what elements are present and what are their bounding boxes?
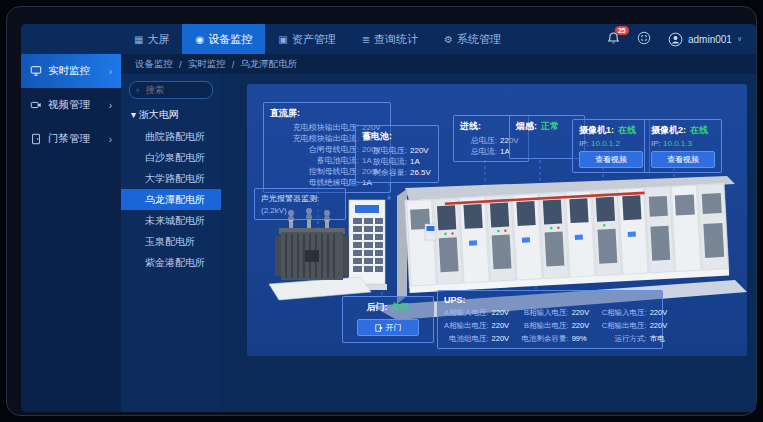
field-label: 蓄电池电流: bbox=[270, 155, 359, 166]
device-frame: ▦ 大屏 ◉ 设备监控 ▣ 资产管理 ≣ 查询统计 ⚙ 系统管理 bbox=[6, 6, 757, 416]
camera1-title: 摄像机1: bbox=[579, 124, 614, 137]
app-window: ▦ 大屏 ◉ 设备监控 ▣ 资产管理 ≣ 查询统计 ⚙ 系统管理 bbox=[21, 24, 756, 412]
tab-system-management[interactable]: ⚙ 系统管理 bbox=[431, 24, 514, 54]
smoke-panel-title: 烟感: bbox=[516, 120, 537, 133]
header-actions: 25 admin001 ∨ bbox=[606, 31, 756, 47]
tab-label: 设备监控 bbox=[208, 32, 252, 47]
tree-item[interactable]: 紫金港配电所 bbox=[121, 252, 221, 273]
camera2-ip-label: IP: bbox=[651, 139, 661, 148]
ups-panel: UPS: A相输入电压:220V B相输入电压:220V C相输入电压:220V… bbox=[437, 290, 663, 349]
tree-item[interactable]: 白沙泉配电所 bbox=[121, 147, 221, 168]
tab-asset-management[interactable]: ▣ 资产管理 bbox=[265, 24, 348, 54]
door-control-panel: 后门: 关闭 开门 bbox=[342, 296, 434, 343]
field-label: 电池组电压: bbox=[444, 333, 489, 344]
breadcrumb-item[interactable]: 乌龙潭配电所 bbox=[240, 58, 297, 71]
alarm-title: 声光报警器监测: bbox=[261, 193, 339, 204]
field-label: C相输入电压: bbox=[602, 307, 647, 318]
camera2-title: 摄像机2: bbox=[651, 124, 686, 137]
camera1-panel: 摄像机1: 在线 IP: 10.0.1.2 查看视频 bbox=[572, 119, 650, 173]
gear-icon: ⚙ bbox=[444, 34, 453, 45]
video-camera-icon bbox=[30, 99, 42, 111]
field-value: 99% bbox=[572, 333, 594, 344]
camera2-panel: 摄像机2: 在线 IP: 10.0.1.3 查看视频 bbox=[644, 119, 722, 173]
user-menu[interactable]: admin001 ∨ bbox=[668, 32, 742, 47]
field-label: B相输入电压: bbox=[522, 307, 569, 318]
primary-sidebar: 实时监控 › 视频管理 › 门禁管理 › bbox=[21, 54, 121, 412]
camera1-view-video-button[interactable]: 查看视频 bbox=[579, 151, 643, 168]
tab-label: 资产管理 bbox=[292, 32, 336, 47]
field-value: 220V bbox=[492, 333, 514, 344]
notification-badge: 25 bbox=[615, 26, 629, 35]
open-door-button[interactable]: 开门 bbox=[357, 319, 419, 336]
field-label: 总电压: bbox=[460, 135, 497, 146]
sidebar-item-access-control[interactable]: 门禁管理 › bbox=[21, 122, 121, 156]
dashboard-icon: ▦ bbox=[134, 34, 143, 45]
tree-item[interactable]: 未来城配电所 bbox=[121, 210, 221, 231]
sidebar-item-label: 实时监控 bbox=[48, 64, 90, 78]
search-input[interactable] bbox=[144, 84, 206, 96]
field-value: 220V bbox=[650, 307, 672, 318]
camera1-status: 在线 bbox=[618, 124, 636, 137]
camera1-ip: 10.0.1.2 bbox=[591, 139, 620, 148]
notification-bell-button[interactable]: 25 bbox=[606, 31, 622, 47]
substation-tree-panel: ▾ 浙大电网 曲院路配电所 白沙泉配电所 大学路配电所 乌龙潭配电所 未来城配电… bbox=[121, 74, 221, 412]
tree-item[interactable]: 曲院路配电所 bbox=[121, 126, 221, 147]
breadcrumb-item[interactable]: 实时监控 bbox=[188, 58, 226, 71]
username: admin001 bbox=[688, 34, 732, 45]
tab-label: 查询统计 bbox=[374, 32, 418, 47]
field-value: 220V bbox=[572, 320, 594, 331]
statistics-icon: ≣ bbox=[362, 34, 370, 45]
tree-item[interactable]: 玉泉配电所 bbox=[121, 231, 221, 252]
ups-run-mode-value: 市电 bbox=[650, 333, 672, 344]
camera2-view-video-button[interactable]: 查看视频 bbox=[651, 151, 715, 168]
tree-item-active[interactable]: 乌龙潭配电所 bbox=[121, 189, 221, 210]
field-label: 合闸母线电压: bbox=[270, 144, 359, 155]
open-door-label: 开门 bbox=[386, 322, 402, 333]
tree-group-node[interactable]: ▾ 浙大电网 bbox=[121, 104, 221, 126]
tab-dashboard[interactable]: ▦ 大屏 bbox=[121, 24, 182, 54]
tab-label: 大屏 bbox=[147, 32, 169, 47]
breadcrumb-separator: / bbox=[232, 59, 235, 70]
realtime-monitor-icon bbox=[30, 65, 42, 77]
search-icon bbox=[136, 86, 140, 95]
tab-device-monitor[interactable]: ◉ 设备监控 bbox=[182, 24, 265, 54]
field-value: 220V bbox=[492, 320, 514, 331]
door-title: 后门: bbox=[367, 301, 388, 314]
field-label: C相输出电压: bbox=[602, 320, 647, 331]
field-label: B相输出电压: bbox=[522, 320, 569, 331]
tab-query-statistics[interactable]: ≣ 查询统计 bbox=[349, 24, 431, 54]
field-value: 26.5V bbox=[410, 167, 432, 178]
tree-collapse-caret-icon: ▾ bbox=[131, 109, 136, 120]
battery-panel: 蓄电池: 放电电压:220V 放电电流:1A 剩余容量:26.5V bbox=[355, 125, 439, 183]
breadcrumb: 设备监控 / 实时监控 / 乌龙潭配电所 bbox=[121, 54, 756, 74]
breadcrumb-separator: / bbox=[179, 59, 182, 70]
field-value: 1A bbox=[410, 156, 432, 167]
camera2-status: 在线 bbox=[690, 124, 708, 137]
smoke-status: 正常 bbox=[541, 120, 559, 133]
tree-item[interactable]: 大学路配电所 bbox=[121, 168, 221, 189]
field-label: 充电模块输出电流: bbox=[270, 133, 359, 144]
user-avatar-icon bbox=[668, 32, 683, 47]
sidebar-item-label: 视频管理 bbox=[48, 98, 90, 112]
chevron-right-icon: › bbox=[109, 134, 112, 145]
field-label: 控制母线电压: bbox=[270, 166, 359, 177]
camera2-ip: 10.0.1.3 bbox=[663, 139, 692, 148]
fullscreen-button[interactable] bbox=[637, 31, 653, 47]
tree-group-label: 浙大电网 bbox=[139, 109, 179, 120]
field-label: 运行方式: bbox=[602, 333, 647, 344]
nav-tabs: ▦ 大屏 ◉ 设备监控 ▣ 资产管理 ≣ 查询统计 ⚙ 系统管理 bbox=[121, 24, 514, 54]
monitor-icon: ◉ bbox=[195, 34, 204, 45]
asset-icon: ▣ bbox=[278, 34, 287, 45]
sidebar-item-label: 门禁管理 bbox=[48, 132, 90, 146]
ups-panel-title: UPS: bbox=[444, 295, 656, 305]
main-content: 直流屏: 充电模块输出电压:220V 充电模块输出电流:1A 合闸母线电压:20… bbox=[221, 74, 756, 412]
door-icon bbox=[30, 133, 42, 145]
sidebar-item-realtime-monitor[interactable]: 实时监控 › bbox=[21, 54, 121, 88]
tree-search[interactable] bbox=[129, 81, 213, 99]
field-label: 总电流: bbox=[460, 146, 497, 157]
field-value: 220V bbox=[410, 145, 432, 156]
sidebar-item-video-management[interactable]: 视频管理 › bbox=[21, 88, 121, 122]
alarm-value: (2.2kV) bbox=[261, 206, 339, 215]
breadcrumb-item[interactable]: 设备监控 bbox=[135, 58, 173, 71]
fullscreen-icon bbox=[637, 31, 651, 45]
